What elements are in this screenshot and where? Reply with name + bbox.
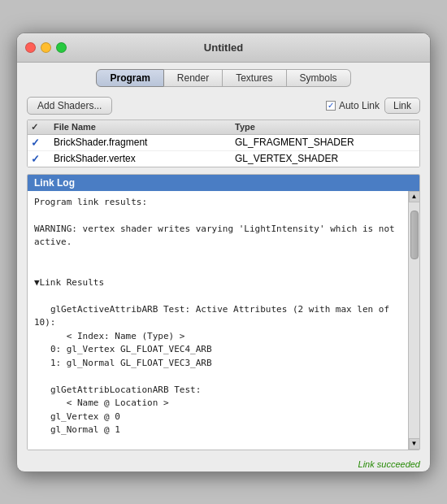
scrollbar-thumb[interactable] xyxy=(410,211,419,259)
main-window: Untitled Program Render Textures Symbols… xyxy=(16,33,431,472)
tab-render[interactable]: Render xyxy=(164,69,223,87)
row-check-icon: ✓ xyxy=(31,153,40,165)
col-check-header: ✓ xyxy=(31,122,54,133)
log-container: Link Log Program link results: WARNING: … xyxy=(27,174,420,450)
tab-symbols[interactable]: Symbols xyxy=(287,69,351,87)
log-body[interactable]: Program link results: WARNING: vertex sh… xyxy=(28,191,408,450)
add-shaders-button[interactable]: Add Shaders... xyxy=(27,97,112,115)
auto-link-label[interactable]: ✓ Auto Link xyxy=(326,100,380,111)
auto-link-area: ✓ Auto Link Link xyxy=(326,98,420,114)
toolbar: Add Shaders... ✓ Auto Link Link xyxy=(17,92,430,119)
window-title: Untitled xyxy=(204,41,243,54)
tab-program[interactable]: Program xyxy=(96,69,163,87)
maximize-button[interactable] xyxy=(56,42,67,53)
log-header: Link Log xyxy=(28,175,419,191)
col-type-header: Type xyxy=(235,122,416,132)
col-filename-header: File Name xyxy=(54,122,235,132)
close-button[interactable] xyxy=(25,42,36,53)
traffic-lights xyxy=(25,42,67,53)
tab-textures[interactable]: Textures xyxy=(223,69,286,87)
file-table-header: ✓ File Name Type xyxy=(28,120,419,135)
table-row[interactable]: ✓ BrickShader.fragment GL_FRAGMENT_SHADE… xyxy=(28,135,419,151)
minimize-button[interactable] xyxy=(41,42,51,53)
log-body-wrapper: Program link results: WARNING: vertex sh… xyxy=(28,191,419,450)
row-type: GL_FRAGMENT_SHADER xyxy=(235,137,416,148)
scrollbar-track[interactable] xyxy=(409,202,419,438)
link-button[interactable]: Link xyxy=(384,98,420,114)
file-table: ✓ File Name Type ✓ BrickShader.fragment … xyxy=(27,119,420,167)
scroll-down-button[interactable]: ▼ xyxy=(409,438,420,450)
log-content: Program link results: WARNING: vertex sh… xyxy=(34,196,401,450)
tab-bar: Program Render Textures Symbols xyxy=(17,63,430,92)
row-type: GL_VERTEX_SHADER xyxy=(235,153,416,164)
titlebar: Untitled xyxy=(17,33,430,63)
scroll-up-button[interactable]: ▲ xyxy=(409,191,420,202)
auto-link-checkbox[interactable]: ✓ xyxy=(326,101,336,111)
scrollbar[interactable]: ▲ ▼ xyxy=(408,191,419,450)
row-filename: BrickShader.fragment xyxy=(54,137,235,148)
status-text: Link succeeded xyxy=(358,459,420,469)
row-filename: BrickShader.vertex xyxy=(54,153,235,164)
status-bar: Link succeeded xyxy=(17,457,430,471)
row-check-icon: ✓ xyxy=(31,137,40,149)
table-row[interactable]: ✓ BrickShader.vertex GL_VERTEX_SHADER xyxy=(28,151,419,167)
